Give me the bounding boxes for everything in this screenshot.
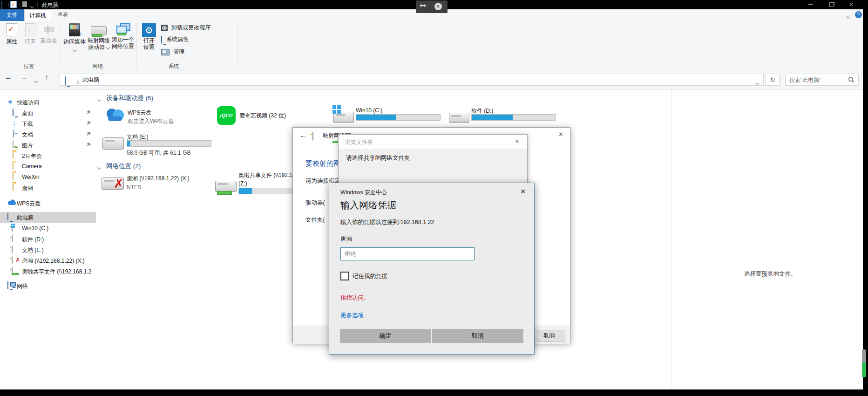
sidebar-item-folder[interactable]: 唐湘 bbox=[0, 183, 96, 193]
folder-label: 文件夹( bbox=[305, 216, 325, 224]
cancel-button[interactable]: 取消 bbox=[432, 329, 523, 343]
sidebar-item-label: 此电脑 bbox=[17, 214, 34, 222]
sidebar-item-drive-z[interactable]: 奥啦共享文件 (\\192.168.1.2 bbox=[0, 266, 96, 277]
folder-icon bbox=[13, 184, 21, 191]
sidebar-item-pictures[interactable]: 图片 bbox=[0, 140, 96, 150]
disc-icon bbox=[161, 25, 168, 31]
address-box[interactable]: 此电脑 bbox=[60, 74, 764, 86]
section-divider bbox=[168, 98, 667, 98]
download-arrow-icon: ↓ bbox=[13, 119, 21, 126]
qat-newfolder-icon[interactable] bbox=[22, 1, 27, 7]
sidebar-item-label: 网络 bbox=[17, 282, 28, 290]
properties-doc-icon: ✓ bbox=[6, 23, 17, 36]
qat-separator: | bbox=[8, 1, 9, 7]
address-dropdown-chevron-icon[interactable] bbox=[756, 78, 759, 87]
sidebar-item-drive-d[interactable]: 软件 (D:) bbox=[0, 234, 96, 245]
section-header-devices[interactable]: 设备和驱动器 (5) bbox=[106, 94, 153, 102]
tab-file[interactable]: 文件 bbox=[0, 9, 24, 21]
restore-button[interactable] bbox=[824, 0, 840, 9]
group-separator bbox=[237, 23, 238, 68]
ok-button[interactable]: 确定 bbox=[340, 329, 431, 343]
tab-view[interactable]: 查看 bbox=[52, 9, 74, 21]
map-cancel-button[interactable]: 取消 bbox=[533, 330, 565, 341]
add-network-location-button[interactable]: 添加一个 网络位置 bbox=[110, 23, 136, 49]
system-properties-button[interactable]: 系统属性 bbox=[161, 35, 189, 43]
help-icon[interactable]: ? bbox=[855, 11, 862, 18]
properties-button[interactable]: ✓ 属性 bbox=[2, 23, 21, 45]
capacity-bar bbox=[127, 140, 211, 147]
system-monitor-icon bbox=[161, 36, 162, 43]
map-dropdown-chevron-icon bbox=[106, 46, 109, 49]
sidebar-item-folder[interactable]: 2月年会 bbox=[0, 150, 96, 161]
sidebar-item-downloads[interactable]: ↓ 下载 bbox=[0, 118, 96, 129]
sidebar-item-label: 文档 bbox=[22, 131, 33, 139]
qat-customize-chevron-icon[interactable] bbox=[31, 3, 34, 9]
section-collapse-chevron-icon[interactable] bbox=[98, 163, 101, 171]
section-collapse-chevron-icon[interactable] bbox=[98, 95, 101, 103]
back-icon[interactable]: ← bbox=[5, 73, 12, 82]
folder-icon bbox=[13, 173, 21, 181]
rename-button[interactable]: 重命名 bbox=[38, 23, 60, 44]
sidebar-item-desktop[interactable]: 桌面 bbox=[0, 108, 96, 118]
close-circle-icon[interactable]: ✕ bbox=[434, 3, 442, 10]
more-options-link[interactable]: 更多选项 bbox=[340, 312, 364, 320]
map-network-drive-button[interactable]: 映射网络 驱动器 bbox=[88, 23, 110, 50]
drive-icon bbox=[12, 246, 20, 253]
tile-subtitle: NTFS bbox=[127, 184, 141, 191]
preview-hint: 选择要预览的文件。 bbox=[744, 270, 797, 278]
sidebar-item-drive-e[interactable]: 文档 (E:) bbox=[0, 245, 96, 255]
tab-computer[interactable]: 计算机 bbox=[24, 9, 51, 21]
open-button[interactable]: ↑ 打开 bbox=[22, 23, 38, 45]
up-icon[interactable]: ↑ bbox=[45, 73, 48, 82]
sidebar-item-quick-access[interactable]: ★ 快速访问 bbox=[0, 97, 96, 108]
refresh-button[interactable]: ↻ bbox=[766, 74, 780, 86]
ribbon: ✓ 属性 ↑ 打开 重命名 位置 ♪ 访问媒体 映射网络 驱动器 bbox=[0, 21, 863, 70]
sidebar-item-folder[interactable]: WeiXin bbox=[0, 172, 96, 183]
drive-letter-label: 驱动器( bbox=[305, 199, 325, 207]
manage-button[interactable]: 管理 bbox=[161, 48, 184, 56]
dialog-title: Windows 安全中心 bbox=[340, 189, 387, 197]
tile-title-line2: (Z:) bbox=[238, 180, 247, 187]
breadcrumb[interactable]: 此电脑 bbox=[82, 76, 99, 84]
group-separator bbox=[136, 23, 137, 68]
access-denied-error: 拒绝访问。 bbox=[340, 294, 370, 302]
access-media-button[interactable]: ♪ 访问媒体 bbox=[61, 23, 88, 54]
password-input[interactable] bbox=[340, 247, 475, 260]
forward-icon[interactable]: → bbox=[20, 73, 28, 82]
network-drive-icon bbox=[12, 267, 20, 275]
tile-title: WPS云盘 bbox=[128, 109, 151, 117]
history-chevron-icon[interactable] bbox=[34, 76, 37, 85]
sidebar-item-network[interactable]: 网络 bbox=[0, 280, 96, 291]
qat-properties-icon[interactable]: ✓ bbox=[10, 1, 17, 8]
media-server-icon: ♪ bbox=[69, 23, 80, 36]
collapse-arrows-icon[interactable]: ▶◀ bbox=[420, 3, 424, 7]
qat-separator: | bbox=[37, 1, 38, 7]
sidebar-item-label: Win10 (C:) bbox=[22, 225, 48, 232]
search-icon[interactable] bbox=[848, 76, 854, 83]
open-settings-button[interactable]: ⚙ 打开 设置 bbox=[140, 23, 158, 50]
uninstall-program-button[interactable]: 卸载或更改程序 bbox=[161, 24, 210, 32]
sidebar-item-drive-x-disconnected[interactable]: ✗ 唐湘 (\\192.168.1.22) (X:) bbox=[0, 255, 96, 266]
sidebar-item-this-pc[interactable]: 此电脑 bbox=[0, 212, 96, 223]
rename-icon bbox=[43, 23, 55, 35]
close-icon[interactable]: ✕ bbox=[515, 138, 520, 145]
remember-checkbox[interactable] bbox=[340, 272, 349, 280]
edge-scroll-handle[interactable] bbox=[862, 349, 866, 377]
search-box[interactable]: 搜索"此电脑" bbox=[785, 74, 859, 86]
section-header-network[interactable]: 网络位置 (2) bbox=[106, 162, 141, 171]
close-button[interactable]: ✕ bbox=[843, 0, 859, 9]
dialog-back-icon[interactable]: ← bbox=[299, 131, 306, 139]
sidebar-item-drive-c[interactable]: Win10 (C:) bbox=[0, 223, 96, 234]
cloud-icon bbox=[7, 199, 16, 207]
sidebar-item-wps-cloud[interactable]: WPS云盘 bbox=[0, 198, 96, 209]
sidebar-item-documents[interactable]: 文档 bbox=[0, 129, 96, 140]
disconnected-network-drive-icon: ✗ bbox=[12, 257, 20, 264]
close-icon[interactable]: ✕ bbox=[520, 188, 526, 195]
breadcrumb-chevron-icon[interactable] bbox=[76, 78, 79, 86]
sidebar-item-folder[interactable]: Camera bbox=[0, 161, 96, 172]
close-icon[interactable]: ✕ bbox=[558, 131, 563, 138]
minimize-button[interactable] bbox=[803, 0, 819, 9]
network-drive-cable-icon bbox=[217, 191, 232, 195]
folder-icon bbox=[13, 152, 21, 159]
pin-icon bbox=[86, 121, 91, 126]
